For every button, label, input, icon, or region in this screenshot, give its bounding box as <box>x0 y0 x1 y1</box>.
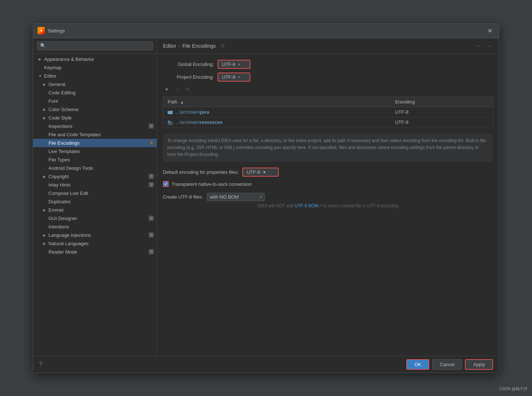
folder-icon <box>168 110 173 115</box>
sidebar-item-natural-languages[interactable]: ▶ Natural Languages <box>33 239 157 248</box>
title-bar-left: ✦ Settings <box>38 27 65 34</box>
sidebar-item-appearance[interactable]: ▶ Appearance & Behavior <box>33 55 157 63</box>
sidebar-item-file-types[interactable]: ▶ File Types <box>33 156 157 164</box>
sidebar: ▶ Appearance & Behavior ▶ Keymap ▼ Edito… <box>33 38 157 356</box>
sidebar-item-label: File and Code Templates <box>48 132 101 137</box>
dialog-footer: ? OK Cancel Apply <box>33 356 499 373</box>
cancel-button[interactable]: Cancel <box>432 359 462 370</box>
sidebar-item-label: Intentions <box>48 224 69 230</box>
table-row[interactable]: ...\src\main\resources UTF-8 <box>163 117 493 128</box>
settings-dialog: ✦ Settings ✕ ▶ Appearance & Behavior ▶ K… <box>33 23 499 373</box>
global-encoding-value: UTF-8 <box>222 62 235 67</box>
back-button[interactable]: ← <box>474 42 483 50</box>
sidebar-item-live-templates[interactable]: ▶ Live Templates <box>33 147 157 156</box>
table-cell-path: ...\src\main\java <box>163 107 391 117</box>
hint-text: IDEA will NOT add UTF-8 BOM↗ to every cr… <box>163 203 493 208</box>
sidebar-item-intentions[interactable]: ▶ Intentions <box>33 223 157 231</box>
dropdown-arrow-icon: ▾ <box>238 75 240 79</box>
settings-badge-icon: ☰ <box>149 232 154 238</box>
sidebar-item-label: GUI Designer <box>48 216 77 221</box>
sidebar-item-font[interactable]: ▶ Font <box>33 97 157 105</box>
sidebar-item-label: Font <box>48 98 58 104</box>
dialog-body: ▶ Appearance & Behavior ▶ Keymap ▼ Edito… <box>33 38 499 356</box>
dropdown-arrow-icon: ▾ <box>260 195 262 199</box>
check-icon: ✓ <box>164 182 168 187</box>
native-ascii-label: Transparent native-to-ascii conversion <box>172 181 252 187</box>
collapse-arrow-icon: ▼ <box>38 73 43 78</box>
remove-button[interactable]: − <box>173 85 180 93</box>
global-encoding-dropdown[interactable]: UTF-8 ▾ <box>218 60 250 69</box>
sidebar-item-emmet[interactable]: ▶ Emmet <box>33 206 157 214</box>
title-bar: ✦ Settings ✕ <box>33 24 499 38</box>
settings-nav-icon: ☰ <box>221 43 225 48</box>
sidebar-item-inspections[interactable]: ▶ Inspections ☰ <box>33 122 157 130</box>
sidebar-item-label: Inlay Hints <box>48 182 71 188</box>
expand-arrow-icon: ▶ <box>42 107 47 112</box>
close-button[interactable]: ✕ <box>485 27 494 35</box>
project-encoding-dropdown[interactable]: UTF-8 ▾ <box>218 72 250 82</box>
sidebar-item-label: Android Design Tools <box>48 165 93 171</box>
breadcrumb: Editor › File Encodings ☰ <box>163 43 225 49</box>
help-button[interactable]: ? <box>39 361 42 368</box>
sidebar-item-color-scheme[interactable]: ▶ Color Scheme <box>33 105 157 114</box>
sidebar-item-file-code-templates[interactable]: ▶ File and Code Templates <box>33 130 157 139</box>
svg-rect-2 <box>168 122 173 125</box>
nav-arrows: ← → <box>474 42 493 50</box>
utf8-files-dropdown[interactable]: with NO BOM ▾ <box>207 193 265 201</box>
sidebar-item-label: Compose Live Edit <box>48 191 88 196</box>
sidebar-item-file-encodings[interactable]: ▶ File Encodings ☰ <box>33 139 157 147</box>
props-encoding-label: Default encoding for properties files: <box>163 169 239 175</box>
hint-link[interactable]: UTF-8 BOM <box>295 203 318 208</box>
table-cell-encoding: UTF-8 <box>391 117 493 128</box>
sidebar-item-label: Live Templates <box>48 149 80 154</box>
sidebar-item-code-editing[interactable]: ▶ Code Editing <box>33 89 157 97</box>
props-encoding-dropdown[interactable]: UTF-8 ▾ <box>242 168 279 177</box>
sidebar-item-compose-live-edit[interactable]: ▶ Compose Live Edit <box>33 189 157 197</box>
breadcrumb-parent: Editor <box>163 43 176 49</box>
project-encoding-value: UTF-8 <box>222 74 235 80</box>
utf8-files-value: with NO BOM <box>210 194 239 200</box>
file-folder-icon <box>168 120 173 125</box>
search-input[interactable] <box>37 41 153 50</box>
global-encoding-label: Global Encoding: <box>163 62 214 67</box>
sidebar-item-duplicates[interactable]: ▶ Duplicates <box>33 197 157 206</box>
app-icon: ✦ <box>38 27 45 34</box>
native-ascii-checkbox[interactable]: ✓ <box>163 181 169 187</box>
sidebar-item-keymap[interactable]: ▶ Keymap <box>33 63 157 72</box>
expand-arrow-icon: ▶ <box>38 56 43 62</box>
sidebar-item-android-design-tools[interactable]: ▶ Android Design Tools <box>33 164 157 172</box>
utf8-files-row: Create UTF-8 files: with NO BOM ▾ <box>163 193 493 201</box>
row2-path: ...\src\main\resources <box>176 119 223 125</box>
sidebar-item-editor[interactable]: ▼ Editor <box>33 72 157 80</box>
native-ascii-row: ✓ Transparent native-to-ascii conversion <box>163 181 493 187</box>
table-row[interactable]: ...\src\main\java UTF-8 <box>163 107 493 117</box>
add-button[interactable]: + <box>163 85 171 93</box>
sidebar-item-gui-designer[interactable]: ▶ GUI Designer ☰ <box>33 214 157 223</box>
sort-asc-icon: ▲ <box>180 100 184 104</box>
sidebar-item-general[interactable]: ▶ General <box>33 80 157 89</box>
sidebar-item-label: Code Style <box>48 115 72 121</box>
table-cell-path: ...\src\main\resources <box>163 117 391 128</box>
expand-arrow-icon: ▶ <box>42 232 47 238</box>
expand-arrow-icon: ▶ <box>42 115 47 120</box>
edit-button[interactable]: ✎ <box>183 85 192 94</box>
sidebar-item-label: Color Scheme <box>48 107 78 112</box>
breadcrumb-separator: › <box>179 43 180 49</box>
row1-path: ...\src\main\java <box>176 109 210 115</box>
project-encoding-row: Project Encoding: UTF-8 ▾ <box>163 72 493 82</box>
search-box <box>33 38 157 54</box>
col-header-encoding: Encoding <box>391 97 493 107</box>
sidebar-item-inlay-hints[interactable]: ▶ Inlay Hints ☰ <box>33 181 157 189</box>
settings-badge-icon: ☰ <box>149 123 154 129</box>
sidebar-item-reader-mode[interactable]: ▶ Reader Mode ☰ <box>33 248 157 256</box>
sidebar-item-copyright[interactable]: ▶ Copyright ☰ <box>33 172 157 181</box>
apply-button[interactable]: Apply <box>465 359 493 370</box>
hint-pre: IDEA will NOT add <box>257 203 294 208</box>
expand-arrow-icon: ▶ <box>42 241 47 246</box>
ok-button[interactable]: OK <box>406 359 429 370</box>
watermark: CSDN @钱个仔 <box>499 386 528 392</box>
forward-button[interactable]: → <box>484 42 493 50</box>
sidebar-item-code-style[interactable]: ▶ Code Style <box>33 114 157 122</box>
sidebar-item-language-injections[interactable]: ▶ Language Injections ☰ <box>33 231 157 239</box>
settings-badge-icon: ☰ <box>149 174 154 179</box>
